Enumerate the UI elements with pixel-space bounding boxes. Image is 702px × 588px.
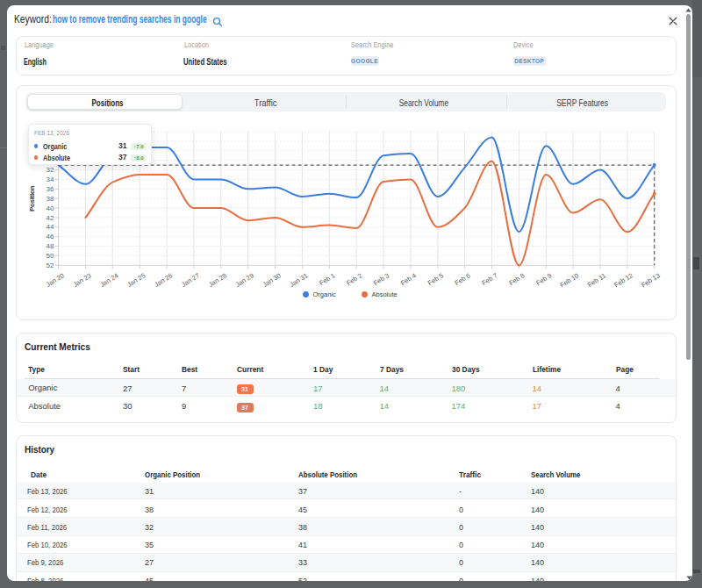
svg-text:46: 46 — [46, 233, 54, 240]
svg-text:Feb 12: Feb 12 — [612, 271, 634, 289]
svg-text:52: 52 — [46, 262, 54, 269]
svg-text:50: 50 — [46, 252, 54, 260]
svg-text:34: 34 — [46, 176, 54, 183]
svg-text:Feb 5: Feb 5 — [426, 271, 444, 287]
svg-text:Feb 2: Feb 2 — [345, 271, 363, 287]
svg-text:Jan 24: Jan 24 — [98, 271, 119, 289]
svg-text:Jan 29: Jan 29 — [233, 271, 254, 289]
svg-text:44: 44 — [46, 223, 54, 231]
svg-text:Feb 13: Feb 13 — [640, 271, 662, 289]
svg-text:Position: Position — [27, 186, 35, 212]
svg-text:40: 40 — [46, 204, 54, 212]
svg-text:Jan 20: Jan 20 — [44, 271, 65, 289]
svg-text:Feb 7: Feb 7 — [480, 271, 498, 287]
svg-text:38: 38 — [46, 195, 54, 203]
svg-text:Feb 8: Feb 8 — [507, 271, 526, 287]
svg-text:48: 48 — [46, 242, 54, 250]
svg-text:Jan 28: Jan 28 — [206, 271, 227, 289]
svg-text:Jan 27: Jan 27 — [180, 271, 201, 289]
svg-text:Organic: Organic — [312, 290, 336, 298]
svg-text:Feb 11: Feb 11 — [585, 271, 606, 289]
svg-text:Feb 6: Feb 6 — [453, 271, 471, 287]
svg-text:Jan 25: Jan 25 — [125, 271, 147, 289]
svg-text:Feb 1: Feb 1 — [318, 271, 336, 287]
svg-text:Feb 4: Feb 4 — [398, 271, 417, 287]
svg-text:Jan 23: Jan 23 — [71, 271, 92, 289]
svg-text:Jan 26: Jan 26 — [153, 271, 174, 289]
svg-text:Feb 10: Feb 10 — [558, 271, 580, 289]
svg-text:Feb 3: Feb 3 — [372, 271, 390, 287]
svg-text:42: 42 — [46, 214, 54, 222]
svg-text:32: 32 — [46, 166, 54, 174]
svg-text:36: 36 — [46, 185, 54, 193]
svg-text:Feb 9: Feb 9 — [534, 271, 553, 287]
svg-text:Absolute: Absolute — [371, 290, 397, 298]
svg-text:Jan 31: Jan 31 — [288, 271, 309, 289]
svg-text:Jan 30: Jan 30 — [261, 271, 282, 289]
